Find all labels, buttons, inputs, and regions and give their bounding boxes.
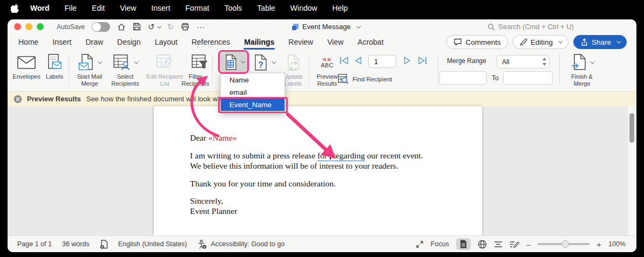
home-icon[interactable] — [117, 23, 126, 31]
menu-item-window[interactable]: Window — [283, 4, 325, 12]
menu-item-help[interactable]: Help — [325, 4, 356, 12]
preview-results-icon: «» ABC — [321, 52, 333, 72]
signature-line: Event Planner — [190, 206, 423, 216]
tab-review[interactable]: Review — [281, 34, 320, 50]
scrollbar-thumb[interactable] — [629, 113, 634, 143]
ribbon-tabs: Home Insert Draw Design Layout Reference… — [8, 34, 636, 50]
search-box[interactable]: Search (Cmd + Ctrl + U) — [487, 19, 574, 34]
tab-view[interactable]: View — [320, 34, 350, 50]
merge-range-to-label: To — [492, 74, 499, 82]
comments-button[interactable]: Comments — [446, 35, 507, 49]
labels-button[interactable]: Labels — [42, 52, 67, 80]
zoom-in-button[interactable]: + — [596, 240, 601, 249]
print-icon[interactable] — [181, 23, 189, 31]
menu-item-tools[interactable]: Tools — [217, 4, 250, 12]
next-record-button[interactable] — [403, 56, 411, 66]
tab-design[interactable]: Design — [110, 34, 148, 50]
banner-title: Preview Results — [27, 95, 81, 103]
merge-range-select[interactable]: All — [497, 55, 550, 68]
redo-button[interactable]: ↻ — [167, 22, 174, 32]
pencil-icon — [520, 38, 527, 46]
merge-range-to-input[interactable] — [503, 71, 553, 85]
language-selector[interactable]: English (United States) — [118, 240, 187, 248]
editing-mode-button[interactable]: Editing — [513, 35, 568, 49]
first-record-button[interactable] — [339, 56, 349, 66]
zoom-out-button[interactable]: – — [526, 240, 531, 249]
tab-draw[interactable]: Draw — [78, 34, 110, 50]
tab-home[interactable]: Home — [11, 34, 45, 50]
start-mail-merge-button[interactable]: Start Mail Merge — [72, 52, 107, 87]
menu-item-view[interactable]: View — [112, 4, 144, 12]
mail-merge-icon — [78, 54, 94, 71]
zoom-percentage[interactable]: 100% — [608, 240, 626, 248]
page-count[interactable]: Page 1 of 1 — [17, 240, 52, 248]
autosave-toggle[interactable] — [92, 22, 110, 32]
outline-view-icon[interactable] — [494, 241, 503, 248]
focus-expand-icon[interactable] — [416, 240, 424, 248]
share-icon — [580, 38, 588, 46]
tab-insert[interactable]: Insert — [45, 34, 78, 50]
filter-recipients-button[interactable]: Filter Recipients — [188, 52, 212, 87]
paragraph-1: I am writing to submit a press release f… — [190, 150, 423, 171]
tab-references[interactable]: References — [185, 34, 238, 50]
document-text[interactable]: Dear «Name» I am writing to submit a pre… — [190, 133, 423, 216]
vertical-scrollbar[interactable] — [627, 106, 636, 235]
annotation-highlight-button-box — [218, 50, 249, 74]
accessibility-icon — [198, 240, 207, 249]
menu-item-word[interactable]: Word — [23, 4, 57, 12]
label-icon — [48, 52, 62, 72]
word-count[interactable]: 36 words — [62, 240, 90, 248]
name-merge-field[interactable]: «Name» — [208, 133, 237, 142]
menu-item-table[interactable]: Table — [249, 4, 282, 12]
tab-mailings[interactable]: Mailings — [237, 34, 281, 50]
tab-acrobat[interactable]: Acrobat — [350, 34, 390, 50]
print-layout-view-button[interactable] — [456, 238, 471, 250]
annotation-highlight-eventname-box — [218, 97, 288, 113]
merge-range-from-input[interactable] — [439, 71, 487, 85]
menu-item-file[interactable]: File — [57, 4, 85, 12]
record-number-input[interactable] — [368, 55, 396, 68]
dropdown-item-name[interactable]: Name — [221, 74, 284, 86]
filter-icon — [192, 52, 208, 72]
search-placeholder: Search (Cmd + Ctrl + U) — [498, 23, 574, 31]
last-record-button[interactable] — [417, 56, 428, 66]
share-button[interactable]: Share — [573, 35, 627, 49]
focus-button[interactable]: Focus — [431, 240, 449, 248]
web-layout-icon[interactable] — [478, 240, 487, 249]
chevron-down-icon[interactable] — [356, 24, 361, 28]
text-cursor — [330, 151, 331, 159]
document-title[interactable]: Event Message — [302, 23, 351, 31]
edit-list-icon — [157, 52, 173, 72]
more-toolbar-button[interactable]: ··· — [196, 22, 205, 31]
undo-button[interactable]: ↺ — [148, 22, 160, 32]
menu-item-format[interactable]: Format — [178, 4, 216, 12]
zoom-slider[interactable] — [538, 243, 589, 245]
draft-view-icon[interactable] — [510, 240, 519, 248]
print-layout-icon — [460, 240, 467, 248]
apple-icon[interactable] — [11, 3, 19, 13]
envelopes-button[interactable]: Envelopes — [11, 52, 42, 80]
document-page[interactable]: Dear «Name» I am writing to submit a pre… — [154, 106, 482, 235]
finish-and-merge-button[interactable]: Finish & Merge — [562, 52, 601, 87]
preview-results-banner: Preview Results See how the finished doc… — [8, 92, 636, 106]
select-recipients-button[interactable]: Select Recipients — [108, 52, 143, 87]
dismiss-banner-icon[interactable] — [13, 95, 22, 103]
find-recipient-button[interactable]: Find Recipient — [338, 74, 392, 84]
chevron-down-icon — [272, 59, 276, 64]
menu-item-edit[interactable]: Edit — [84, 4, 112, 12]
flagged-text[interactable]: forregarding — [317, 151, 365, 161]
minimize-window-button[interactable] — [25, 23, 32, 30]
zoom-slider-thumb[interactable] — [561, 240, 569, 248]
proofing-status-icon[interactable] — [100, 240, 108, 249]
previous-record-button[interactable] — [354, 56, 362, 66]
accessibility-status[interactable]: Accessibility: Good to go — [198, 240, 285, 249]
menu-item-insert[interactable]: Insert — [144, 4, 178, 12]
zoom-window-button[interactable] — [37, 23, 44, 30]
merge-range-label: Merge Range — [447, 57, 486, 65]
close-window-button[interactable] — [14, 23, 21, 30]
tab-layout[interactable]: Layout — [148, 34, 185, 50]
match-fields-button[interactable]: ? — [252, 52, 276, 72]
save-icon[interactable] — [133, 23, 141, 31]
salutation-line: Dear «Name» — [190, 133, 423, 143]
title-bar: AutoSave ↺ ↻ ··· Event Message — [8, 19, 636, 34]
